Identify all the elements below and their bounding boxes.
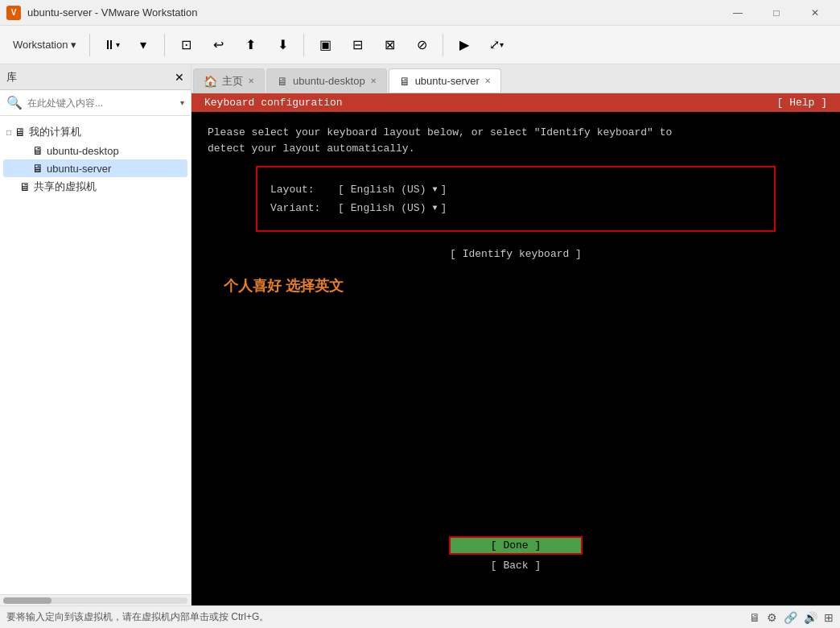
audio-status-icon[interactable]: 🔊 xyxy=(804,611,817,624)
tab-home[interactable]: 🏠 主页 ✕ xyxy=(193,68,265,93)
sidebar-tree: □ 🖥 我的计算机 🖥 ubuntu-desktop 🖥 ubuntu-serv… xyxy=(0,116,191,594)
layout-field[interactable]: Layout: [ English (US) ▼ ] xyxy=(270,184,761,196)
display-icon: ⊠ xyxy=(385,37,395,52)
my-computer-label: 我的计算机 xyxy=(29,125,81,139)
dropdown-arrow-icon: ▾ xyxy=(71,39,76,51)
layout-label: Layout: xyxy=(270,184,335,196)
tab-ubuntu-desktop[interactable]: 🖥 ubuntu-desktop ✕ xyxy=(266,68,387,93)
library-title: 库 xyxy=(6,70,17,85)
terminal-body: Please select your keyboard layout below… xyxy=(191,112,840,318)
keyboard-selection-box: Layout: [ English (US) ▼ ] Variant: [ En… xyxy=(256,166,776,232)
variant-bracket-close: ] xyxy=(440,202,447,214)
sidebar-header: 库 ✕ xyxy=(0,64,191,90)
scroll-track xyxy=(3,597,187,604)
tree-item-ubuntu-desktop[interactable]: 🖥 ubuntu-desktop xyxy=(3,142,187,159)
toolbar-separator-3 xyxy=(303,34,304,56)
sidebar-search-bar: 🔍 ▾ xyxy=(0,90,191,116)
vm-status-icon[interactable]: 🖥 xyxy=(749,611,760,624)
layout-arrow-icon: ▼ xyxy=(432,185,437,194)
tab-bar: 🏠 主页 ✕ 🖥 ubuntu-desktop ✕ 🖥 ubuntu-serve… xyxy=(191,64,840,93)
variant-arrow-icon: ▼ xyxy=(432,204,437,213)
tree-item-my-computer[interactable]: □ 🖥 我的计算机 xyxy=(3,122,187,142)
vm-screen[interactable]: Keyboard configuration [ Help ] Please s… xyxy=(191,93,840,605)
view-dropdown-icon: ▾ xyxy=(500,40,504,49)
shared-vms-label: 共享的虚拟机 xyxy=(34,180,97,194)
tab-home-label: 主页 xyxy=(222,74,243,89)
tab-home-close[interactable]: ✕ xyxy=(248,76,254,85)
revert-icon: ⬇ xyxy=(278,37,288,52)
sidebar-scrollbar[interactable] xyxy=(0,594,191,605)
toolbar-separator-4 xyxy=(443,34,443,56)
variant-bracket-open: [ xyxy=(338,202,344,214)
snapshot-mgr-icon: ⬆ xyxy=(245,37,256,52)
search-dropdown-icon[interactable]: ▾ xyxy=(180,98,184,107)
variant-label: Variant: xyxy=(270,202,335,214)
instruction-line-2: detect your layout automatically. xyxy=(208,141,824,157)
tab-desktop-icon: 🖥 xyxy=(277,75,288,88)
snapshot-mgr-button[interactable]: ⬆ xyxy=(236,31,265,60)
snapshot-icon: ↩ xyxy=(213,37,224,52)
unity-icon: ⊟ xyxy=(352,37,363,52)
fit-icon: ⊘ xyxy=(417,37,427,52)
fullscreen-icon: ▣ xyxy=(319,37,331,52)
fit-button[interactable]: ⊘ xyxy=(407,31,436,60)
back-button[interactable]: [ Back ] xyxy=(451,558,581,573)
dropdown-button[interactable]: ▾ xyxy=(129,31,158,60)
titlebar-left: V ubuntu-server - VMware Workstation xyxy=(6,6,197,20)
search-icon: 🔍 xyxy=(6,95,23,110)
tree-item-ubuntu-server[interactable]: 🖥 ubuntu-server xyxy=(3,159,187,177)
console-button[interactable]: ▶ xyxy=(450,31,479,60)
close-button[interactable]: ✕ xyxy=(797,0,834,26)
revert-button[interactable]: ⬇ xyxy=(268,31,297,60)
terminal-header: Keyboard configuration [ Help ] xyxy=(191,93,840,112)
toolbar-separator-1 xyxy=(89,34,90,56)
layout-bracket-open: [ xyxy=(338,184,344,196)
workstation-label: Workstation xyxy=(13,39,68,51)
keyboard-config-label: Keyboard configuration xyxy=(204,97,343,109)
help-label: [ Help ] xyxy=(777,97,827,109)
sidebar-close-icon[interactable]: ✕ xyxy=(175,71,184,84)
console-icon: ▶ xyxy=(459,37,469,52)
display-button[interactable]: ⊠ xyxy=(375,31,404,60)
pause-dropdown-icon: ▾ xyxy=(116,40,120,49)
layout-value: English (US) xyxy=(348,184,430,196)
tree-item-shared-vms[interactable]: 🖥 共享的虚拟机 xyxy=(3,177,187,196)
ubuntu-desktop-label: ubuntu-desktop xyxy=(47,145,119,157)
titlebar: V ubuntu-server - VMware Workstation — □… xyxy=(0,0,840,26)
identify-keyboard-button[interactable]: [ Identify keyboard ] xyxy=(208,242,824,266)
settings-icon: ⊡ xyxy=(181,37,191,52)
snapshot-button[interactable]: ↩ xyxy=(204,31,233,60)
tab-ubuntu-server[interactable]: 🖥 ubuntu-server ✕ xyxy=(389,68,501,93)
settings-status-icon[interactable]: ⚙ xyxy=(767,611,777,624)
chinese-annotation: 个人喜好 选择英文 xyxy=(208,266,824,305)
tab-desktop-close[interactable]: ✕ xyxy=(370,76,377,85)
vm-settings-button[interactable]: ⊡ xyxy=(171,31,200,60)
unity-button[interactable]: ⊟ xyxy=(343,31,372,60)
fullscreen-button[interactable]: ▣ xyxy=(311,31,340,60)
home-icon: 🏠 xyxy=(204,75,217,88)
workstation-menu-button[interactable]: Workstation ▾ xyxy=(6,31,83,60)
view-icon: ⤢ xyxy=(489,37,500,52)
variant-field[interactable]: Variant: [ English (US) ▼ ] xyxy=(270,202,761,214)
usb-status-icon[interactable]: ⊞ xyxy=(824,611,834,624)
pause-button[interactable]: ⏸ ▾ xyxy=(97,31,126,60)
scroll-thumb[interactable] xyxy=(3,597,51,604)
vmware-icon: V xyxy=(6,6,21,20)
terminal-buttons: [ Done ] [ Back ] xyxy=(191,536,840,573)
toolbar: Workstation ▾ ⏸ ▾ ▾ ⊡ ↩ ⬆ ⬇ ▣ ⊟ ⊠ ⊘ ▶ ⤢ … xyxy=(0,26,840,64)
network-status-icon[interactable]: 🔗 xyxy=(784,611,797,624)
toolbar-separator-2 xyxy=(164,34,165,56)
sidebar: 库 ✕ 🔍 ▾ □ 🖥 我的计算机 🖥 ubuntu-desktop 🖥 ub xyxy=(0,64,191,605)
window-title: ubuntu-server - VMware Workstation xyxy=(27,6,197,19)
maximize-button[interactable]: □ xyxy=(758,0,795,26)
done-button[interactable]: [ Done ] xyxy=(449,536,583,555)
minimize-button[interactable]: — xyxy=(719,0,756,26)
search-input[interactable] xyxy=(27,97,175,109)
variant-value: English (US) xyxy=(348,202,430,214)
view-button[interactable]: ⤢ ▾ xyxy=(482,31,511,60)
statusbar: 要将输入定向到该虚拟机，请在虚拟机内部单击或按 Ctrl+G。 🖥 ⚙ 🔗 🔊 … xyxy=(0,605,840,628)
tab-server-icon: 🖥 xyxy=(399,75,410,88)
tab-server-close[interactable]: ✕ xyxy=(484,76,491,85)
tab-desktop-label: ubuntu-desktop xyxy=(293,75,365,87)
computer-icon: 🖥 xyxy=(14,126,26,138)
